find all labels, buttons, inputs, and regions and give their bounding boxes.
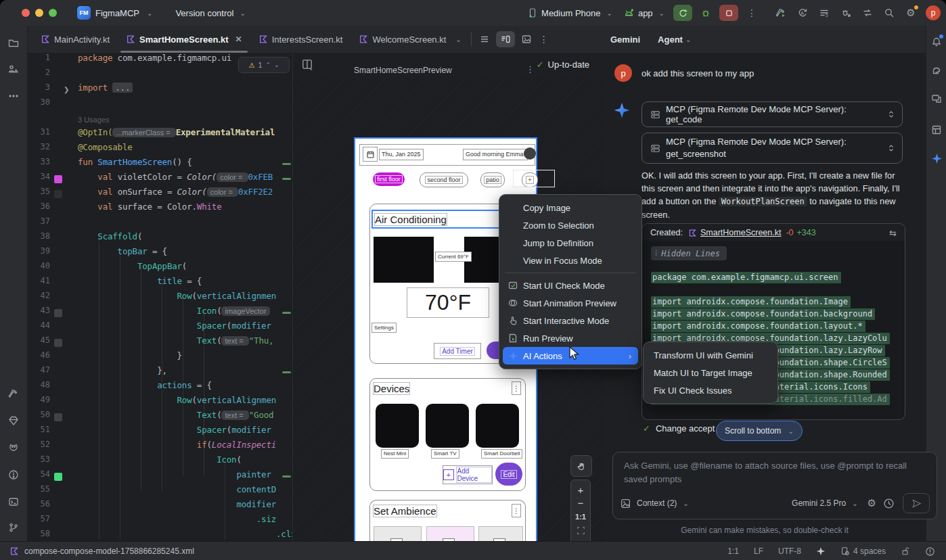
gemini-input-placeholder[interactable]: Ask Gemini, use @filename to attach sour… xyxy=(613,452,937,492)
gradle-icon[interactable] xyxy=(928,62,945,78)
menu-item-copy-image[interactable]: Copy Image xyxy=(503,199,638,216)
logcat-icon[interactable] xyxy=(5,440,22,456)
close-tab-icon[interactable]: ✕ xyxy=(235,34,242,44)
running-devices-icon[interactable] xyxy=(928,91,945,107)
device-selector[interactable]: Medium Phone ⌄ xyxy=(527,7,612,18)
ambience-options-menu[interactable]: ⋮ xyxy=(512,504,521,517)
add-device-button[interactable]: + Add Device xyxy=(443,465,493,484)
build-and-run-icon[interactable] xyxy=(773,5,789,21)
history-clock-icon[interactable] xyxy=(883,498,895,509)
settings-gear-icon[interactable]: ⚙ xyxy=(903,5,919,21)
gemini-settings-gear-icon[interactable]: ⚙ xyxy=(868,497,876,509)
expand-chevrons-icon[interactable] xyxy=(887,143,895,153)
split-editor-icon[interactable] xyxy=(496,31,515,47)
todo-list-icon[interactable]: 5 xyxy=(816,5,832,21)
project-widget[interactable]: FM FigmaMCP ⌄ xyxy=(77,6,152,20)
floor-chip[interactable]: second floor xyxy=(420,172,468,187)
device-tile[interactable] xyxy=(476,404,519,448)
submenu-item-transform-ui-with-gemini[interactable]: Transform UI with Gemini xyxy=(647,346,774,364)
version-control-icon[interactable] xyxy=(5,519,22,536)
menu-item-start-animation-preview[interactable]: Start Animation Preview xyxy=(503,294,638,312)
ai-transform-icon[interactable] xyxy=(859,5,876,21)
sync-project-icon[interactable]: A xyxy=(794,5,811,21)
mcp-tool-call-card[interactable]: MCP (Figma Remote Dev Mode MCP Server): … xyxy=(641,101,903,127)
add-timer-button[interactable]: Add Timer xyxy=(434,343,481,359)
color-swatch[interactable] xyxy=(54,339,62,347)
more-actions-menu[interactable]: ⋮ xyxy=(742,5,761,21)
devices-options-menu[interactable]: ⋮ xyxy=(512,381,521,395)
pan-tool-button[interactable] xyxy=(570,455,592,477)
maximize-window-button[interactable] xyxy=(49,9,57,17)
ambience-card[interactable]: Set Ambience ⋮ ▬ ▴ ▬ xyxy=(369,500,526,545)
tab-smarthomescreen-kt[interactable]: SmartHomeScreen.kt✕ xyxy=(118,26,250,53)
terminal-icon[interactable] xyxy=(5,494,22,510)
mcp-tool-call-card[interactable]: MCP (Figma Remote Dev Mode MCP Server): … xyxy=(641,133,903,164)
menu-item-start-ui-check-mode[interactable]: Start UI Check Mode xyxy=(503,277,638,294)
run-configuration[interactable]: app ⌄ xyxy=(623,7,665,19)
inspection-widget[interactable]: ⚠ 1 ⌃ ⌄ xyxy=(238,57,290,73)
submenu-item-fix-ui-check-issues[interactable]: Fix UI Check Issues xyxy=(647,381,774,399)
edit-devices-button[interactable]: Edit xyxy=(495,463,522,486)
tab-welcomescreen-kt[interactable]: WelcomeScreen.kt xyxy=(351,26,454,53)
usages-hint[interactable]: 3 Usages xyxy=(78,112,109,127)
search-everywhere-icon[interactable] xyxy=(881,5,897,21)
attach-debugger-icon[interactable] xyxy=(838,5,854,21)
color-swatch[interactable] xyxy=(54,175,62,183)
menu-item-zoom-to-selection[interactable]: Zoom to Selection xyxy=(503,216,638,234)
agent-mode-selector[interactable]: Agent xyxy=(658,34,683,45)
lock-open-icon[interactable] xyxy=(901,546,910,556)
design-view-icon[interactable] xyxy=(518,31,535,47)
device-tile[interactable] xyxy=(426,404,469,448)
menu-item-run-preview[interactable]: Run Preview xyxy=(503,329,638,347)
gemini-tool-icon[interactable] xyxy=(928,150,945,166)
scroll-to-bottom-button[interactable]: Scroll to bottom⌄ xyxy=(716,421,803,441)
fold-arrow-icon[interactable]: ❯ xyxy=(64,83,69,97)
debug-button[interactable] xyxy=(696,5,715,21)
zoom-to-fit-icon[interactable] xyxy=(577,526,585,535)
prev-issue-chevron[interactable]: ⌃ xyxy=(266,62,271,68)
minimize-window-button[interactable] xyxy=(35,9,43,17)
devices-card[interactable]: Devices ⋮ + Add Device Edit Nest MiniSma… xyxy=(369,378,526,491)
gemini-tab[interactable]: Gemini xyxy=(610,34,640,45)
close-window-button[interactable] xyxy=(22,9,30,17)
menu-item-jump-to-definition[interactable]: Jump to Definition xyxy=(503,234,638,252)
resource-manager-icon[interactable] xyxy=(5,61,22,77)
rerun-button[interactable] xyxy=(673,5,692,21)
vcs-widget[interactable]: Version control ⌄ xyxy=(175,8,245,18)
zoom-in-button[interactable]: + xyxy=(578,484,584,496)
device-tile[interactable] xyxy=(376,404,419,448)
hidden-lines-chip[interactable]: ⁞Hidden Lines xyxy=(651,246,727,260)
file-encoding[interactable]: UTF-8 xyxy=(778,546,801,556)
next-issue-chevron[interactable]: ⌄ xyxy=(274,62,279,68)
diff-arrows-icon[interactable]: ⇆ xyxy=(889,228,897,238)
layout-inspector-icon[interactable] xyxy=(928,122,945,138)
zoom-ratio-button[interactable]: 1:1 xyxy=(575,513,586,521)
zoom-out-button[interactable]: − xyxy=(578,497,584,509)
menu-item-view-in-focus-mode[interactable]: View in Focus Mode xyxy=(503,252,638,269)
tab-interestsscreen-kt[interactable]: InterestsScreen.kt xyxy=(250,26,351,53)
preview-options-menu[interactable]: ⋮ xyxy=(526,64,535,74)
send-button[interactable] xyxy=(903,493,930,513)
attach-image-icon[interactable] xyxy=(620,498,631,509)
hidden-tabs-chevron[interactable]: ⌄ xyxy=(455,36,461,43)
color-swatch[interactable] xyxy=(54,309,62,317)
context-selector[interactable]: Context (2)⌄ xyxy=(637,498,689,508)
ai-sparkle-icon[interactable] xyxy=(816,546,826,556)
notifications-bell-icon[interactable] xyxy=(928,34,945,50)
user-avatar[interactable]: p xyxy=(926,5,941,20)
indent-config[interactable]: 4 spaces xyxy=(840,546,886,556)
code-editor[interactable]: 1package com.example.figmamcp.ui23❯impor… xyxy=(27,53,292,541)
build-icon[interactable] xyxy=(5,386,22,402)
color-swatch[interactable] xyxy=(54,413,62,421)
avatar[interactable] xyxy=(524,147,536,160)
code-view-icon[interactable] xyxy=(476,31,493,47)
more-tool-windows-icon[interactable] xyxy=(5,88,22,104)
problems-icon[interactable] xyxy=(5,467,22,483)
tab-mainactivity-kt[interactable]: MainActivity.kt xyxy=(32,26,118,53)
floor-chip[interactable]: patio xyxy=(480,172,505,187)
color-swatch[interactable] xyxy=(54,190,62,198)
created-file-link[interactable]: SmartHomeScreen.kt xyxy=(700,228,781,237)
submenu-item-match-ui-to-target-image[interactable]: Match UI to Target Image xyxy=(647,364,774,381)
caret-position[interactable]: 1:1 xyxy=(727,546,739,556)
preview-layout-icon[interactable] xyxy=(301,58,313,70)
